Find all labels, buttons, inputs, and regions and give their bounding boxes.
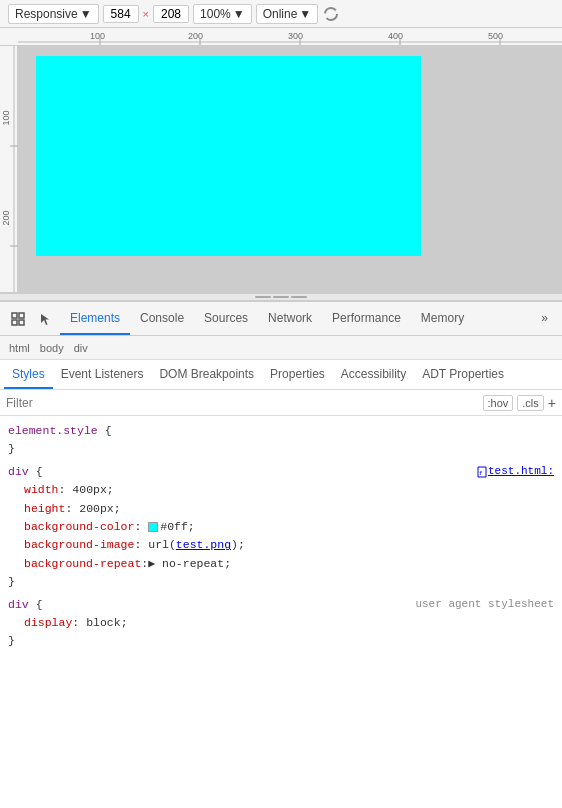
subtab-dom-breakpoints[interactable]: DOM Breakpoints [151,361,262,389]
tab-console[interactable]: Console [130,303,194,335]
val-bgimage-url[interactable]: test.png [176,538,231,551]
selector-element-style: element.style [8,424,98,437]
selector-ua-div: div [8,598,29,611]
prop-height: height [24,502,65,515]
cyan-div [36,56,421,256]
breadcrumb: html body div [0,336,562,360]
source-link-div[interactable]: test.html: [488,463,554,481]
prop-bgcolor-line: background-color: #0ff; [8,518,554,536]
rule-ua-close: } [8,632,554,650]
prop-width: width [24,483,59,496]
breadcrumb-div[interactable]: div [71,341,91,355]
subtab-event-listeners[interactable]: Event Listeners [53,361,152,389]
tab-performance[interactable]: Performance [322,303,411,335]
rule-div-source: f test.html: [476,463,554,481]
svg-text:400: 400 [388,31,403,41]
close-brace-1: } [8,442,15,455]
breadcrumb-html[interactable]: html [6,341,33,355]
val-height: 200px [79,502,114,515]
prop-bgrepeat-line: background-repeat:▶ no-repeat; [8,555,554,573]
drag-dots [255,296,307,298]
tab-elements[interactable]: Elements [60,303,130,335]
selector-div: div [8,465,29,478]
ruler-horizontal: 100 200 300 400 500 [0,28,562,46]
ua-comment: user agent stylesheet [415,596,554,614]
rule-div-close: } [8,573,554,591]
prop-bgrepeat: background-repeat [24,557,141,570]
svg-marker-34 [41,314,49,325]
prop-bgimage-line: background-image: url(test.png); [8,536,554,554]
height-input[interactable] [153,5,189,23]
svg-text:100: 100 [90,31,105,41]
css-rules-area: element.style { } div { f test.htm [0,416,562,808]
zoom-chevron: ▼ [233,7,245,21]
prop-display-line: display: block; [8,614,554,632]
devtools-toolbar: Responsive ▼ × 100% ▼ Online ▼ [0,0,562,28]
rule-close: } [8,440,554,458]
responsive-chevron: ▼ [80,7,92,21]
add-style-button[interactable]: + [548,395,556,411]
cursor-icon-btn[interactable] [32,305,60,333]
rule-div: div { f test.html: width: 400px; height:… [0,461,562,594]
subtab-properties[interactable]: Properties [262,361,333,389]
responsive-dropdown[interactable]: Responsive ▼ [8,4,99,24]
svg-text:200: 200 [188,31,203,41]
subtab-styles[interactable]: Styles [4,361,53,389]
cls-button[interactable]: .cls [517,395,544,411]
inspect-icon-btn[interactable] [4,305,32,333]
svg-rect-30 [12,313,17,318]
hov-button[interactable]: :hov [483,395,514,411]
rule-ua-header: div { user agent stylesheet [8,596,554,614]
color-swatch[interactable] [148,522,158,532]
svg-text:200: 200 [1,210,11,225]
online-label: Online [263,7,298,21]
rule-div-header: div { f test.html: [8,463,554,481]
svg-point-0 [325,8,337,20]
prop-width-line: width: 400px; [8,481,554,499]
ruler-vertical: 100 200 [0,46,18,292]
drag-handle[interactable] [0,293,562,301]
val-bgrepeat: no-repeat [162,557,224,570]
prop-display: display [24,616,72,629]
open-brace-1: { [105,424,112,437]
no-throttle-icon[interactable] [322,5,340,23]
tab-network[interactable]: Network [258,303,322,335]
breadcrumb-body[interactable]: body [37,341,67,355]
styles-subtabs: Styles Event Listeners DOM Breakpoints P… [0,360,562,390]
zoom-label: 100% [200,7,231,21]
canvas-area: 75% 40% [18,46,562,292]
devtools-panel: Elements Console Sources Network Perform… [0,301,562,808]
rule-ua-div: div { user agent stylesheet display: blo… [0,594,562,653]
svg-rect-31 [19,313,24,318]
online-chevron: ▼ [299,7,311,21]
open-brace-3: { [36,598,43,611]
svg-rect-32 [12,320,17,325]
svg-text:100: 100 [1,110,11,125]
svg-rect-33 [19,320,24,325]
rule-div-selector-line: div { [8,463,43,481]
tab-sources[interactable]: Sources [194,303,258,335]
width-input[interactable] [103,5,139,23]
close-brace-3: } [8,634,15,647]
rule-selector-line: element.style { [8,422,554,440]
filter-bar: :hov .cls + [0,390,562,416]
val-bgcolor: #0ff [160,520,188,533]
svg-text:300: 300 [288,31,303,41]
devtools-tabs: Elements Console Sources Network Perform… [0,302,562,336]
subtab-accessibility[interactable]: Accessibility [333,361,414,389]
more-tabs-button[interactable]: » [531,303,558,335]
val-width: 400px [72,483,107,496]
prop-bgcolor: background-color [24,520,134,533]
subtab-adt-properties[interactable]: ADT Properties [414,361,512,389]
svg-text:500: 500 [488,31,503,41]
viewport: 100 200 300 400 500 100 200 [0,28,562,293]
responsive-label: Responsive [15,7,78,21]
online-dropdown[interactable]: Online ▼ [256,4,319,24]
rule-element-style: element.style { } [0,420,562,461]
val-display: block [86,616,121,629]
close-brace-2: } [8,575,15,588]
tab-memory[interactable]: Memory [411,303,474,335]
cross-icon: × [143,8,149,20]
filter-input[interactable] [6,396,479,410]
zoom-dropdown[interactable]: 100% ▼ [193,4,252,24]
